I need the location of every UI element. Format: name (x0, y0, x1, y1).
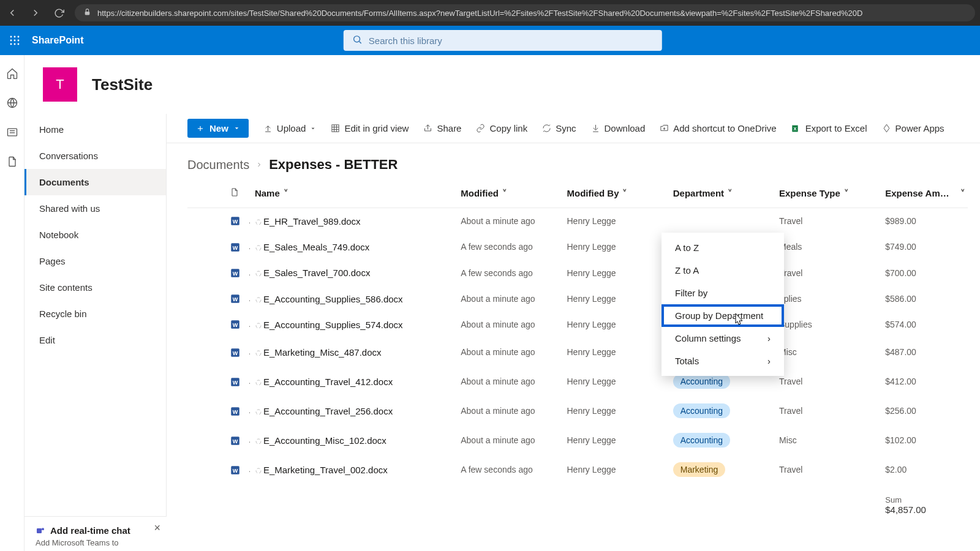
file-name[interactable]: E_HR_Travel_989.docx (250, 208, 456, 234)
modified-by-cell[interactable]: Henry Legge (562, 367, 668, 396)
modified-by-cell[interactable]: Henry Legge (562, 260, 668, 286)
col-modified[interactable]: Modified˅ (456, 179, 562, 208)
file-name[interactable]: E_Sales_Travel_700.docx (250, 260, 456, 286)
breadcrumb-parent[interactable]: Documents (187, 158, 249, 172)
col-expense-type[interactable]: Expense Type˅ (774, 179, 880, 208)
expense-type-cell: Meals (774, 234, 880, 260)
menu-filter-by[interactable]: Filter by (662, 282, 784, 304)
powerapps-button[interactable]: Power Apps (882, 123, 944, 133)
site-title[interactable]: TestSite (92, 75, 153, 94)
col-department[interactable]: Department˅ (668, 179, 774, 208)
menu-sort-az[interactable]: A to Z (662, 236, 784, 259)
app-launcher-icon[interactable] (0, 26, 29, 55)
expense-type-cell: Travel (774, 208, 880, 234)
file-name[interactable]: E_Marketing_Travel_002.docx (250, 455, 456, 484)
site-logo[interactable]: T (43, 67, 77, 102)
nav-item-edit[interactable]: Edit (24, 327, 166, 353)
new-button[interactable]: New (187, 119, 249, 138)
shortcut-button[interactable]: Add shortcut to OneDrive (660, 123, 776, 133)
table-row[interactable]: WE_Accounting_Travel_412.docxAbout a min… (187, 367, 968, 396)
file-name[interactable]: E_Accounting_Supplies_574.docx (250, 312, 456, 337)
site-header: T TestSite (24, 55, 980, 114)
forward-icon[interactable] (28, 6, 43, 20)
modified-by-cell[interactable]: Henry Legge (562, 425, 668, 455)
table-row[interactable]: WE_Marketing_Travel_002.docxA few second… (187, 455, 968, 484)
table-row[interactable]: WE_Sales_Travel_700.docxA few seconds ag… (187, 260, 968, 286)
file-name[interactable]: E_Accounting_Misc_102.docx (250, 425, 456, 455)
word-file-icon: W (230, 347, 241, 358)
table-row[interactable]: WE_Accounting_Supplies_574.docxAbout a m… (187, 312, 968, 337)
file-name[interactable]: E_Marketing_Misc_487.docx (250, 337, 456, 367)
menu-group-by[interactable]: Group by Department (662, 304, 784, 327)
menu-sort-za[interactable]: Z to A (662, 259, 784, 282)
col-modified-by[interactable]: Modified By˅ (562, 179, 668, 208)
search-icon (352, 34, 363, 47)
nav-item-site-contents[interactable]: Site contents (24, 274, 166, 301)
menu-totals[interactable]: Totals› (662, 350, 784, 372)
nav-item-shared-with-us[interactable]: Shared with us (24, 195, 166, 222)
modified-by-cell[interactable]: Henry Legge (562, 208, 668, 234)
expense-type-cell: Travel (774, 367, 880, 396)
col-name[interactable]: Name˅ (250, 179, 456, 208)
col-type-icon[interactable] (225, 179, 250, 208)
news-icon[interactable] (6, 126, 18, 138)
upload-button[interactable]: Upload (263, 123, 317, 133)
edit-grid-button[interactable]: Edit in grid view (331, 123, 409, 133)
nav-item-notebook[interactable]: Notebook (24, 222, 166, 248)
table-row[interactable]: WE_HR_Travel_989.docxAbout a minute agoH… (187, 208, 968, 234)
modified-by-cell[interactable]: Henry Legge (562, 396, 668, 425)
svg-point-54 (42, 528, 44, 530)
table-row[interactable]: WE_Accounting_Misc_102.docxAbout a minut… (187, 425, 968, 455)
home-icon[interactable] (6, 67, 18, 80)
expense-amount-cell: $749.00 (880, 234, 968, 260)
download-button[interactable]: Download (591, 123, 646, 133)
menu-column-settings[interactable]: Column settings› (662, 327, 784, 350)
modified-by-cell[interactable]: Henry Legge (562, 455, 668, 484)
svg-line-11 (360, 41, 361, 43)
table-row[interactable]: WE_Sales_Meals_749.docxA few seconds ago… (187, 234, 968, 260)
col-select[interactable] (187, 179, 225, 208)
modified-by-cell[interactable]: Henry Legge (562, 234, 668, 260)
svg-text:W: W (233, 322, 238, 328)
nav-item-recycle-bin[interactable]: Recycle bin (24, 301, 166, 327)
modified-cell: About a minute ago (456, 396, 562, 425)
modified-by-cell[interactable]: Henry Legge (562, 337, 668, 367)
files-icon[interactable] (6, 156, 18, 168)
modified-by-cell[interactable]: Henry Legge (562, 312, 668, 337)
modified-by-cell[interactable]: Henry Legge (562, 286, 668, 312)
svg-point-9 (18, 43, 20, 45)
svg-text:W: W (233, 271, 238, 277)
search-input[interactable] (369, 36, 654, 46)
nav-item-documents[interactable]: Documents (24, 169, 166, 195)
table-row[interactable]: WE_Accounting_Supplies_586.docxAbout a m… (187, 286, 968, 312)
nav-item-home[interactable]: Home (24, 116, 166, 143)
nav-item-pages[interactable]: Pages (24, 248, 166, 274)
lock-icon (83, 8, 91, 18)
back-icon[interactable] (5, 6, 20, 20)
sync-button[interactable]: Sync (542, 123, 576, 133)
reload-icon[interactable] (51, 6, 66, 20)
table-row[interactable]: WE_Marketing_Misc_487.docxAbout a minute… (187, 337, 968, 367)
brand-label[interactable]: SharePoint (29, 35, 83, 46)
share-button[interactable]: Share (423, 123, 461, 133)
file-name[interactable]: E_Accounting_Travel_256.docx (250, 396, 456, 425)
table-row[interactable]: WE_Accounting_Travel_256.docxAbout a min… (187, 396, 968, 425)
address-bar[interactable]: https://citizenbuilders.sharepoint.com/s… (75, 4, 975, 21)
word-file-icon: W (230, 435, 241, 446)
file-name[interactable]: E_Accounting_Travel_412.docx (250, 367, 456, 396)
department-cell: Marketing (668, 455, 774, 484)
copy-link-button[interactable]: Copy link (476, 123, 527, 133)
teams-chat-promo: × Add real-time chat Add Microsoft Teams… (24, 516, 167, 551)
nav-item-conversations[interactable]: Conversations (24, 143, 166, 169)
globe-icon[interactable] (6, 97, 18, 109)
chevron-right-icon: › (767, 356, 771, 366)
search-box[interactable] (344, 30, 662, 51)
file-name[interactable]: E_Sales_Meals_749.docx (250, 234, 456, 260)
col-expense-amount[interactable]: Expense Am…˅ (880, 179, 968, 208)
close-icon[interactable]: × (154, 522, 160, 534)
file-name[interactable]: E_Accounting_Supplies_586.docx (250, 286, 456, 312)
sum-label: Sum (885, 495, 963, 504)
export-excel-button[interactable]: XExport to Excel (791, 123, 867, 133)
svg-point-46 (256, 410, 261, 414)
modified-cell: About a minute ago (456, 208, 562, 234)
